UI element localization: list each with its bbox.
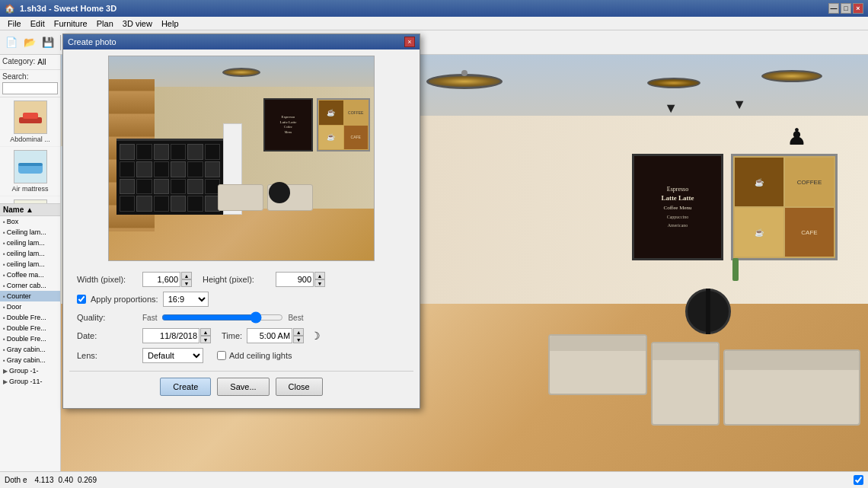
- art2-cell: CAFE: [785, 208, 834, 257]
- status-checkbox[interactable]: [854, 475, 863, 485]
- furniture-item-abdominal[interactable]: Abdominal ...: [0, 97, 60, 147]
- name-item-label: Coffee ma...: [7, 271, 44, 279]
- height-down-button[interactable]: ▼: [314, 279, 325, 287]
- minimize-button[interactable]: —: [828, 3, 839, 14]
- name-list-item-ceiling3[interactable]: ▪ ceiling lam...: [0, 248, 60, 259]
- name-list-item-ceiling2[interactable]: ▪ ceiling lam...: [0, 238, 60, 248]
- tree-icon: ▪: [3, 250, 5, 257]
- date-spinbox[interactable]: ▲ ▼: [142, 328, 211, 343]
- scene-table-1: [685, 289, 731, 334]
- date-down-button[interactable]: ▼: [200, 336, 211, 343]
- name-list-item-box[interactable]: ▪ Box: [0, 216, 60, 227]
- status-right: [854, 475, 863, 485]
- date-input[interactable]: [142, 328, 199, 343]
- name-list-item-group1[interactable]: ▶ Group -1-: [0, 365, 60, 376]
- height-spinbox[interactable]: ▲ ▼: [276, 272, 325, 287]
- name-list-item-counter[interactable]: ▪ Counter: [0, 291, 60, 301]
- search-label: Search:: [2, 72, 28, 81]
- dialog-title: Create photo: [68, 37, 116, 46]
- tree-icon: ▪: [3, 261, 5, 268]
- dialog-title-bar: Create photo ×: [63, 34, 420, 49]
- time-input[interactable]: [247, 328, 292, 343]
- wall-art-collage: ☕ COFFEE ☕ CAFE: [731, 154, 838, 260]
- search-input[interactable]: [2, 82, 58, 94]
- name-list-item-corner-cab[interactable]: ▪ Corner cab...: [0, 280, 60, 291]
- spot-light-2: ▼: [732, 97, 746, 113]
- maximize-button[interactable]: □: [841, 3, 851, 14]
- name-item-label: Counter: [7, 292, 31, 300]
- name-panel: Name ▲ ▪ Box ▪ Ceiling lam... ▪ ceiling …: [0, 203, 61, 471]
- app-icon: 🏠: [5, 4, 15, 14]
- quality-fast-label: Fast: [142, 314, 157, 322]
- height-spin-buttons: ▲ ▼: [314, 272, 325, 287]
- dialog-form: Width (pixel): ▲ ▼ Height (pixel): ▲ ▼: [69, 269, 413, 371]
- name-item-label: Double Fre...: [7, 314, 46, 321]
- name-list-item-group11[interactable]: ▶ Group -11-: [0, 376, 60, 387]
- dialog-close-button[interactable]: ×: [404, 37, 415, 47]
- category-label: Category:: [2, 57, 35, 65]
- name-list-item-coffee-machine[interactable]: ▪ Coffee ma...: [0, 270, 60, 280]
- close-button[interactable]: ×: [853, 3, 863, 14]
- menu-furniture[interactable]: Furniture: [49, 19, 92, 28]
- z-coordinate: 0.269: [78, 476, 97, 484]
- window-title: 1.sh3d - Sweet Home 3D: [20, 4, 116, 13]
- status-coordinates: 4.113 0.40 0.269: [34, 476, 97, 484]
- dialog-buttons: Create Save... Close: [69, 371, 413, 402]
- furniture-label-air-mattress: Air mattress: [11, 185, 48, 193]
- name-list-item-gray-cabin1[interactable]: ▪ Gray cabin...: [0, 344, 60, 355]
- ceiling-light-1: [426, 74, 503, 89]
- name-list-item-ceiling4[interactable]: ▪ ceiling lam...: [0, 259, 60, 270]
- art2-cell: ☕: [735, 208, 783, 257]
- name-list-item-double-fre3[interactable]: ▪ Double Fre...: [0, 333, 60, 344]
- tree-icon: ▪: [3, 325, 5, 332]
- time-down-button[interactable]: ▼: [293, 336, 304, 343]
- datetime-row: Date: ▲ ▼ Time: ▲ ▼ ☽: [77, 328, 406, 343]
- name-list-item-double-fre1[interactable]: ▪ Double Fre...: [0, 312, 60, 323]
- tree-icon: ▪: [3, 229, 5, 236]
- search-section: Search:: [0, 70, 60, 97]
- menu-file[interactable]: File: [3, 19, 26, 28]
- tree-icon: ▪: [3, 346, 5, 353]
- title-bar: 🏠 1.sh3d - Sweet Home 3D — □ ×: [0, 0, 868, 17]
- create-button[interactable]: Create: [160, 378, 211, 396]
- time-up-button[interactable]: ▲: [293, 328, 304, 336]
- menu-edit[interactable]: Edit: [26, 19, 49, 28]
- new-button[interactable]: 📄: [3, 34, 20, 51]
- width-spinbox[interactable]: ▲ ▼: [142, 272, 192, 287]
- apply-proportions-checkbox[interactable]: [77, 295, 86, 304]
- furniture-item-air-mattress[interactable]: Air mattress: [0, 147, 60, 196]
- menu-3dview[interactable]: 3D view: [118, 19, 157, 28]
- toolbar-separator-1: [60, 35, 61, 50]
- open-button[interactable]: 📂: [21, 34, 38, 51]
- name-item-label: Group -11-: [9, 378, 43, 385]
- furniture-icon-air-mattress: [14, 150, 47, 183]
- save-button[interactable]: 💾: [40, 34, 56, 51]
- height-input[interactable]: [276, 272, 314, 287]
- name-list-item-door[interactable]: ▪ Door: [0, 301, 60, 312]
- time-spinbox[interactable]: ▲ ▼: [247, 328, 304, 343]
- width-up-button[interactable]: ▲: [181, 272, 192, 279]
- dialog-preview: EspressoLatte LatteCoffeeMenu ☕ COFFEE ☕…: [108, 56, 375, 261]
- spot-light-1: ▼: [664, 100, 678, 116]
- lens-select[interactable]: Default Normal Wide angle Fisheye: [142, 348, 203, 363]
- proportion-select[interactable]: 16:9 4:3 3:2 Custom: [163, 292, 209, 307]
- wall-art-chalkboard: Espresso Latte Latte Coffee Menu Cappucc…: [632, 154, 723, 260]
- close-dialog-button[interactable]: Close: [276, 378, 323, 396]
- svg-rect-1: [23, 113, 38, 119]
- date-up-button[interactable]: ▲: [200, 328, 211, 336]
- width-down-button[interactable]: ▼: [181, 279, 192, 287]
- ceiling-lights-checkbox[interactable]: [217, 351, 226, 360]
- quality-slider[interactable]: [161, 311, 283, 324]
- width-input[interactable]: [142, 272, 180, 287]
- name-item-label: Corner cab...: [7, 282, 46, 289]
- menu-help[interactable]: Help: [157, 19, 183, 28]
- name-list-item-double-fre2[interactable]: ▪ Double Fre...: [0, 323, 60, 333]
- name-list-item-gray-cabin2[interactable]: ▪ Gray cabin...: [0, 355, 60, 365]
- save-photo-button[interactable]: Save...: [217, 378, 269, 396]
- menu-bar: File Edit Furniture Plan 3D view Help: [0, 17, 868, 30]
- date-spin-buttons: ▲ ▼: [200, 328, 211, 343]
- height-up-button[interactable]: ▲: [314, 272, 325, 279]
- name-list-item-ceiling1[interactable]: ▪ Ceiling lam...: [0, 227, 60, 238]
- menu-plan[interactable]: Plan: [92, 19, 118, 28]
- ceiling-lights-container: Add ceiling lights: [217, 351, 292, 360]
